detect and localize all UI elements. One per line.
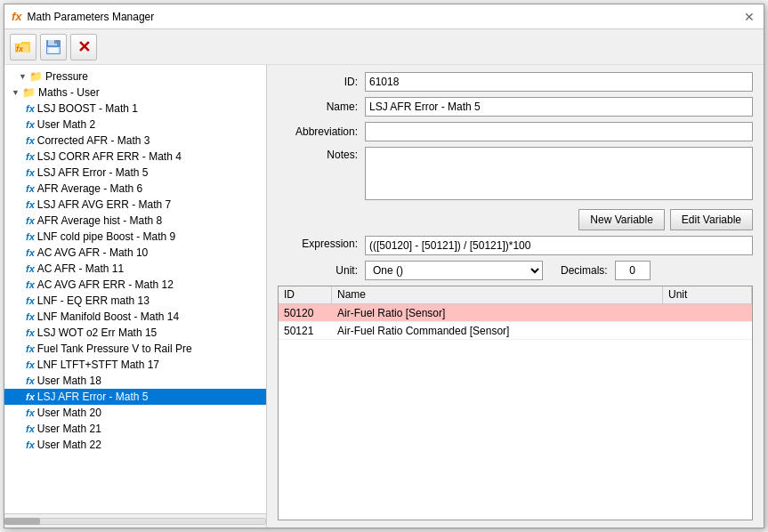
horizontal-scrollbar[interactable] [4, 513, 266, 528]
edit-variable-button[interactable]: Edit Variable [670, 209, 753, 230]
tree-item-label: AFR Average - Math 6 [37, 182, 143, 195]
fx-icon: fx [26, 407, 35, 418]
expression-field[interactable] [365, 236, 753, 255]
abbreviation-label: Abbreviation: [278, 125, 358, 138]
tree-item-item11[interactable]: fxAC AFR - Math 11 [4, 261, 266, 277]
tree-item-item5[interactable]: fxLSJ AFR Error - Math 5 [4, 165, 266, 181]
fx-icon: fx [26, 151, 35, 162]
name-field[interactable] [365, 97, 753, 117]
fx-icon: fx [26, 391, 35, 402]
table-cell-id: 50120 [279, 305, 332, 321]
tree-item-item22[interactable]: fxUser Math 22 [4, 437, 266, 453]
fx-icon: fx [26, 439, 35, 450]
id-row: ID: [278, 72, 753, 92]
main-window: fx Math Parameters Manager ✕ fx ✕ [4, 4, 764, 528]
app-icon: fx [12, 10, 22, 23]
tree-item-label: AC AFR - Math 11 [37, 262, 124, 275]
col-header-name: Name [332, 286, 663, 303]
decimals-label: Decimals: [561, 264, 608, 277]
folder-icon: 📁 [29, 70, 43, 83]
tree-item-item19[interactable]: fxLSJ AFR Error - Math 5 [4, 389, 266, 405]
notes-row: Notes: [278, 147, 753, 204]
tree-item-item1[interactable]: fxLSJ BOOST - Math 1 [4, 101, 266, 117]
fx-icon: fx [26, 327, 35, 338]
button-row: New Variable Edit Variable [278, 209, 753, 230]
tree-item-item9[interactable]: fxLNF cold pipe Boost - Math 9 [4, 229, 266, 245]
unit-label: Unit: [278, 264, 358, 277]
tree-item-label: LSJ WOT o2 Err Math 15 [37, 326, 158, 339]
folder-icon: 📁 [22, 86, 36, 99]
save-button[interactable] [40, 34, 67, 60]
unit-select[interactable]: One () [365, 261, 543, 280]
tree-item-item20[interactable]: fxUser Math 20 [4, 405, 266, 421]
decimals-field[interactable] [615, 261, 651, 280]
fx-icon: fx [26, 135, 35, 146]
tree-item-item15[interactable]: fxLSJ WOT o2 Err Math 15 [4, 325, 266, 341]
tree-item-item12[interactable]: fxAC AVG AFR ERR - Math 12 [4, 277, 266, 293]
id-field[interactable] [365, 72, 753, 92]
id-label: ID: [278, 76, 358, 88]
title-bar-left: fx Math Parameters Manager [12, 10, 154, 23]
tree-item-label: LSJ AFR Error - Math 5 [37, 166, 149, 179]
right-panel: ID: Name: Abbreviation: Notes: New Varia… [267, 65, 764, 528]
svg-text:fx: fx [16, 44, 24, 53]
new-variable-button[interactable]: New Variable [578, 209, 664, 230]
fx-icon: fx [26, 215, 35, 226]
tree-item-item17[interactable]: fxLNF LTFT+STFT Math 17 [4, 357, 266, 373]
tree-item-item7[interactable]: fxLSJ AFR AVG ERR - Math 7 [4, 197, 266, 213]
tree-item-item4[interactable]: fxLSJ CORR AFR ERR - Math 4 [4, 149, 266, 165]
expression-row: Expression: [278, 236, 753, 255]
tree-item-item3[interactable]: fxCorrected AFR - Math 3 [4, 133, 266, 149]
table-row[interactable]: 50120Air-Fuel Ratio [Sensor] [279, 304, 752, 322]
fx-icon: fx [26, 343, 35, 354]
fx-icon: fx [26, 423, 35, 434]
name-label: Name: [278, 101, 358, 113]
fx-icon: fx [26, 311, 35, 322]
expression-label: Expression: [278, 236, 358, 250]
toolbar: fx ✕ [4, 29, 764, 65]
fx-icon: fx [26, 167, 35, 178]
tree-item-label: Pressure [45, 70, 88, 83]
tree-item-item8[interactable]: fxAFR Average hist - Math 8 [4, 213, 266, 229]
tree-item-label: LSJ AFR Error - Math 5 [37, 391, 149, 403]
table-cell-id: 50121 [279, 323, 332, 339]
expand-icon: ▼ [19, 72, 28, 81]
delete-button[interactable]: ✕ [70, 34, 97, 60]
fx-icon: fx [26, 279, 35, 290]
tree-item-label: User Math 2 [37, 118, 95, 131]
tree-container[interactable]: ▼📁Pressure▼📁Maths - UserfxLSJ BOOST - Ma… [4, 65, 266, 513]
col-header-unit: Unit [663, 286, 752, 303]
open-button[interactable]: fx [10, 34, 36, 60]
fx-icon: fx [26, 247, 35, 258]
table-cell-name: Air-Fuel Ratio Commanded [Sensor] [332, 323, 663, 339]
tree-item-item21[interactable]: fxUser Math 21 [4, 421, 266, 437]
tree-item-pressure[interactable]: ▼📁Pressure [4, 69, 266, 85]
tree-item-label: AC AVG AFR - Math 10 [37, 246, 149, 259]
notes-label: Notes: [278, 147, 358, 161]
title-bar: fx Math Parameters Manager ✕ [4, 4, 764, 29]
tree-item-item6[interactable]: fxAFR Average - Math 6 [4, 181, 266, 197]
tree-item-item14[interactable]: fxLNF Manifold Boost - Math 14 [4, 309, 266, 325]
tree-item-maths-user[interactable]: ▼📁Maths - User [4, 85, 266, 101]
table-row[interactable]: 50121Air-Fuel Ratio Commanded [Sensor] [279, 322, 752, 340]
close-button[interactable]: ✕ [742, 10, 756, 24]
svg-rect-6 [54, 40, 57, 44]
abbreviation-field[interactable] [365, 122, 753, 141]
tree-item-item16[interactable]: fxFuel Tank Pressure V to Rail Pre [4, 341, 266, 357]
svg-rect-8 [49, 48, 58, 52]
tree-item-label: Fuel Tank Pressure V to Rail Pre [37, 343, 192, 355]
tree-item-item2[interactable]: fxUser Math 2 [4, 117, 266, 133]
table-cell-unit [663, 311, 752, 315]
expand-icon: ▼ [12, 88, 20, 97]
tree-item-item13[interactable]: fxLNF - EQ ERR math 13 [4, 293, 266, 309]
window-title: Math Parameters Manager [28, 11, 155, 23]
tree-item-label: LNF - EQ ERR math 13 [37, 294, 150, 307]
tree-item-item18[interactable]: fxUser Math 18 [4, 373, 266, 389]
fx-icon: fx [26, 375, 35, 386]
name-row: Name: [278, 97, 753, 117]
content-area: ▼📁Pressure▼📁Maths - UserfxLSJ BOOST - Ma… [4, 65, 764, 528]
tree-item-item10[interactable]: fxAC AVG AFR - Math 10 [4, 245, 266, 261]
table-body: 50120Air-Fuel Ratio [Sensor]50121Air-Fue… [279, 304, 752, 520]
tree-item-label: User Math 18 [37, 375, 101, 387]
notes-field[interactable] [365, 147, 753, 200]
